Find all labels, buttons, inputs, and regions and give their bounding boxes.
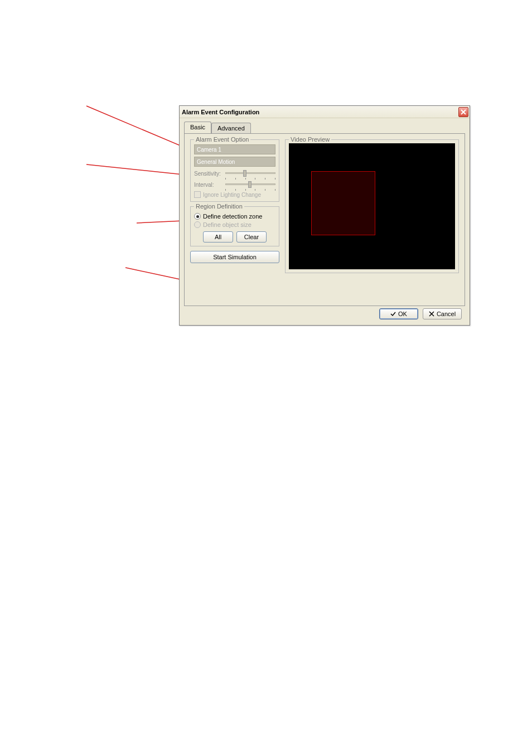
close-icon bbox=[461, 109, 466, 115]
cancel-label: Cancel bbox=[437, 311, 456, 317]
clear-button[interactable]: Clear bbox=[236, 231, 267, 243]
x-icon bbox=[429, 311, 434, 317]
sensitivity-label: Sensitivity: bbox=[194, 171, 223, 177]
mode-select[interactable]: General Motion bbox=[194, 157, 275, 167]
define-size-row: Define object size bbox=[194, 221, 275, 228]
video-preview-group: Video Preview bbox=[285, 139, 459, 273]
sensitivity-row: Sensitivity: bbox=[194, 169, 275, 178]
tab-bar: Basic Advanced bbox=[180, 118, 470, 133]
left-column: Alarm Event Option Camera 1 General Moti… bbox=[190, 139, 279, 300]
interval-row: Interval: bbox=[194, 180, 275, 189]
mode-value: General Motion bbox=[197, 159, 235, 165]
tab-advanced[interactable]: Advanced bbox=[211, 123, 251, 133]
tab-content: Alarm Event Option Camera 1 General Moti… bbox=[184, 133, 465, 306]
define-size-label: Define object size bbox=[203, 221, 252, 228]
define-zone-radio[interactable] bbox=[194, 213, 201, 220]
close-button[interactable] bbox=[458, 107, 468, 117]
window-title: Alarm Event Configuration bbox=[182, 109, 259, 115]
video-area[interactable] bbox=[289, 143, 455, 269]
detection-zone-overlay[interactable] bbox=[311, 171, 375, 235]
sensitivity-slider[interactable] bbox=[225, 169, 275, 178]
alarm-config-dialog: Alarm Event Configuration Basic Advanced… bbox=[179, 105, 470, 326]
camera-value: Camera 1 bbox=[197, 147, 221, 153]
camera-select[interactable]: Camera 1 bbox=[194, 144, 275, 154]
check-icon bbox=[390, 311, 396, 317]
footer-buttons: OK Cancel bbox=[379, 308, 462, 319]
region-buttons: All Clear bbox=[194, 231, 275, 243]
right-column: Video Preview bbox=[285, 139, 459, 300]
all-button[interactable]: All bbox=[203, 231, 233, 243]
start-simulation-button[interactable]: Start Simulation bbox=[190, 251, 279, 263]
alarm-event-option-group: Alarm Event Option Camera 1 General Moti… bbox=[190, 139, 279, 202]
define-size-radio bbox=[194, 221, 201, 228]
cancel-button[interactable]: Cancel bbox=[423, 308, 462, 319]
region-legend: Region Definition bbox=[194, 203, 244, 210]
ignore-lighting-row: Ignore Lighting Change bbox=[194, 191, 275, 198]
titlebar: Alarm Event Configuration bbox=[180, 106, 470, 118]
ignore-lighting-label: Ignore Lighting Change bbox=[203, 192, 261, 198]
ok-button[interactable]: OK bbox=[379, 308, 418, 319]
alarm-event-legend: Alarm Event Option bbox=[194, 136, 250, 143]
tab-basic[interactable]: Basic bbox=[184, 122, 211, 133]
region-definition-group: Region Definition Define detection zone … bbox=[190, 206, 279, 246]
ok-label: OK bbox=[398, 311, 407, 317]
interval-slider[interactable] bbox=[225, 180, 275, 189]
interval-label: Interval: bbox=[194, 182, 223, 188]
define-zone-row[interactable]: Define detection zone bbox=[194, 213, 275, 220]
ignore-lighting-checkbox[interactable] bbox=[194, 191, 201, 198]
define-zone-label: Define detection zone bbox=[203, 213, 262, 220]
video-preview-legend: Video Preview bbox=[289, 136, 331, 143]
